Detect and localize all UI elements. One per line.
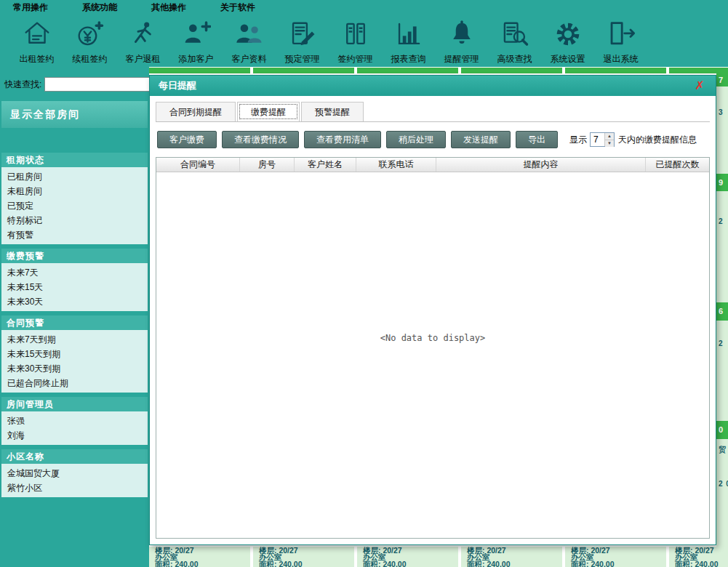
toolbar-label: 添加客户 bbox=[179, 54, 214, 64]
days-value[interactable]: 7 bbox=[591, 133, 604, 146]
room-body-fragment: 2 bbox=[716, 321, 728, 421]
section-payment-warning: 缴费预警 未来7天 未来15天 未来30天 bbox=[1, 249, 148, 311]
room-card[interactable]: 楼层: 20/27办公室面积: 240.00 bbox=[461, 547, 562, 567]
sidebar-item[interactable]: 未来7天 bbox=[1, 265, 148, 280]
menu-other-operations[interactable]: 其他操作 bbox=[151, 1, 186, 14]
sidebar-item[interactable]: 张强 bbox=[1, 414, 148, 428]
send-reminder-button[interactable]: 发送提醒 bbox=[451, 131, 511, 148]
tab-contract-due[interactable]: 合同到期提醒 bbox=[156, 102, 236, 121]
dialog-title: 每日提醒 bbox=[159, 80, 196, 91]
toolbar-advanced-search[interactable]: 高级查找 bbox=[488, 15, 541, 67]
doc-search-icon bbox=[488, 17, 541, 52]
sidebar-item[interactable]: 已租房间 bbox=[1, 169, 148, 184]
menu-common-operations[interactable]: 常用操作 bbox=[13, 1, 48, 14]
column-room-no[interactable]: 房号 bbox=[240, 158, 295, 172]
toolbar-label: 续租签约 bbox=[73, 54, 108, 64]
house-sign-icon bbox=[10, 17, 63, 52]
sidebar-item[interactable]: 金城国贸大厦 bbox=[1, 466, 148, 480]
partial-room-column: 7 3 9 2 6 2 0 贸 2 0 bbox=[716, 73, 728, 547]
exit-door-icon bbox=[594, 17, 647, 52]
export-button[interactable]: 导出 bbox=[516, 131, 558, 148]
room-card[interactable]: 楼层: 20/27办公室面积: 240.00 bbox=[253, 547, 354, 567]
sidebar-item[interactable]: 刘海 bbox=[1, 428, 148, 443]
column-contract-no[interactable]: 合同编号 bbox=[156, 158, 240, 172]
view-fee-list-button[interactable]: 查看费用清单 bbox=[304, 131, 381, 148]
toolbar-label: 签约管理 bbox=[338, 54, 373, 64]
customer-checkout-icon bbox=[116, 17, 169, 52]
quick-search-input[interactable] bbox=[44, 77, 163, 92]
handle-later-button[interactable]: 稍后处理 bbox=[386, 131, 446, 148]
toolbar-rent-sign[interactable]: 出租签约 bbox=[10, 15, 63, 67]
toolbar-renew-sign[interactable]: 续租签约 bbox=[63, 15, 116, 67]
sidebar-item[interactable]: 未租房间 bbox=[1, 184, 148, 198]
room-card[interactable]: 楼层: 20/27办公室面积: 240.00 bbox=[565, 547, 666, 567]
toolbar-exit-system[interactable]: 退出系统 bbox=[594, 15, 647, 67]
toolbar-add-customer[interactable]: 添加客户 bbox=[169, 15, 223, 67]
toolbar-label: 客户退租 bbox=[126, 54, 161, 64]
sidebar-item[interactable]: 未来15天 bbox=[1, 280, 148, 294]
column-customer-name[interactable]: 客户姓名 bbox=[295, 158, 356, 172]
menu-about[interactable]: 关于软件 bbox=[220, 1, 255, 14]
sidebar-item[interactable]: 未来15天到期 bbox=[1, 347, 148, 361]
toolbar-customer-checkout[interactable]: 客户退租 bbox=[116, 15, 169, 67]
left-sidebar: 快速查找: 显示全部房间 租期状态 已租房间 未租房间 已预定 特别标记 有预警… bbox=[0, 67, 149, 567]
show-all-rooms-button[interactable]: 显示全部房间 bbox=[1, 101, 148, 128]
menu-bar: 常用操作 系统功能 其他操作 关于软件 bbox=[0, 0, 728, 15]
spinner-down-icon[interactable]: ▼ bbox=[605, 140, 614, 147]
room-card-top bbox=[461, 68, 562, 73]
toolbar-label: 高级查找 bbox=[497, 54, 532, 64]
toolbar-reminder-manage[interactable]: 提醒管理 bbox=[435, 15, 488, 67]
toolbar-label: 退出系统 bbox=[604, 54, 639, 64]
toolbar-report-query[interactable]: 报表查询 bbox=[382, 15, 435, 67]
spinner-buttons: ▲ ▼ bbox=[604, 133, 614, 146]
menu-system-functions[interactable]: 系统功能 bbox=[82, 1, 117, 14]
spinner-up-icon[interactable]: ▲ bbox=[605, 133, 614, 140]
toolbar-customer-info[interactable]: 客户资料 bbox=[223, 15, 276, 67]
column-phone[interactable]: 联系电话 bbox=[356, 158, 436, 172]
column-reminder-content[interactable]: 提醒内容 bbox=[436, 158, 646, 172]
grid-header: 合同编号 房号 客户姓名 联系电话 提醒内容 已提醒次数 bbox=[156, 158, 709, 172]
reminder-grid: 合同编号 房号 客户姓名 联系电话 提醒内容 已提醒次数 <No data to… bbox=[156, 157, 710, 539]
sidebar-item[interactable]: 未来30天到期 bbox=[1, 361, 148, 376]
room-body-fragment: 3 bbox=[716, 87, 728, 174]
section-room-manager: 房间管理员 张强 刘海 bbox=[1, 397, 148, 445]
section-rent-status: 租期状态 已租房间 未租房间 已预定 特别标记 有预警 bbox=[1, 153, 148, 244]
quick-search-row: 快速查找: bbox=[0, 76, 149, 92]
room-body-fragment: 贸 2 0 bbox=[716, 439, 728, 547]
view-payment-status-button[interactable]: 查看缴费情况 bbox=[222, 131, 299, 148]
sidebar-item[interactable]: 特别标记 bbox=[1, 213, 148, 228]
room-card[interactable]: 楼层: 20/27办公室面积: 240.00 bbox=[669, 547, 728, 567]
column-reminded-count[interactable]: 已提醒次数 bbox=[646, 158, 709, 172]
room-card-tops bbox=[149, 68, 728, 73]
sidebar-item[interactable]: 未来30天 bbox=[1, 294, 148, 309]
toolbar-booking-manage[interactable]: 预定管理 bbox=[276, 15, 329, 67]
sidebar-item[interactable]: 已预定 bbox=[1, 198, 148, 213]
days-spinner[interactable]: 7 ▲ ▼ bbox=[590, 132, 615, 147]
sidebar-item[interactable]: 紫竹小区 bbox=[1, 480, 148, 495]
sidebar-item[interactable]: 已超合同终止期 bbox=[1, 376, 148, 390]
tab-warning-reminder[interactable]: 预警提醒 bbox=[301, 102, 364, 121]
gear-icon bbox=[541, 17, 594, 52]
report-chart-icon bbox=[382, 17, 435, 52]
toolbar-contract-manage[interactable]: 签约管理 bbox=[329, 15, 382, 67]
sidebar-item[interactable]: 未来7天到期 bbox=[1, 332, 148, 347]
customer-pay-button[interactable]: 客户缴费 bbox=[157, 131, 217, 148]
close-button[interactable]: ✗ bbox=[692, 76, 707, 96]
section-header-contract-warning: 合同预警 bbox=[1, 315, 148, 330]
toolbar: 出租签约 续租签约 客户退租 添加客户 bbox=[0, 15, 728, 67]
toolbar-system-settings[interactable]: 系统设置 bbox=[541, 15, 594, 67]
booking-edit-icon bbox=[276, 17, 329, 52]
rooms-area: 7 3 9 2 6 2 0 贸 2 0 楼层: 20/27办公室面积: 240.… bbox=[149, 67, 728, 567]
room-card-top bbox=[565, 68, 666, 73]
room-card[interactable]: 楼层: 20/27办公室面积: 240.00 bbox=[357, 547, 458, 567]
section-header-room-manager: 房间管理员 bbox=[1, 397, 148, 411]
room-card-top bbox=[357, 68, 458, 73]
room-card[interactable]: 楼层: 20/27办公室面积: 240.00 bbox=[149, 547, 250, 567]
room-card-top bbox=[149, 68, 250, 73]
days-suffix-label: 天内的缴费提醒信息 bbox=[618, 134, 697, 146]
days-label: 显示 bbox=[569, 134, 587, 146]
section-header-community-name: 小区名称 bbox=[1, 449, 148, 464]
dialog-titlebar: 每日提醒 ✗ bbox=[150, 76, 716, 96]
tab-payment-reminder[interactable]: 缴费提醒 bbox=[237, 102, 300, 121]
sidebar-item[interactable]: 有预警 bbox=[1, 228, 148, 242]
